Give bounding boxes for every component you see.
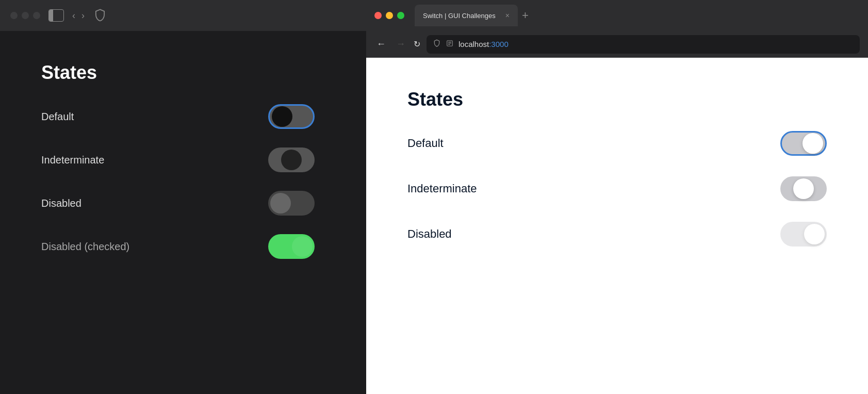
address-port: :3000 (489, 40, 509, 48)
right-disabled-switch (780, 222, 827, 247)
tab-close-button[interactable]: × (505, 11, 510, 20)
right-disabled-row: Disabled (407, 222, 827, 247)
tab-bar: Switch | GUI Challenges × + (366, 0, 868, 31)
left-disabled-label: Disabled (41, 198, 81, 209)
left-disabled-checked-row: Disabled (checked) (41, 234, 325, 259)
traffic-lights-left (10, 12, 40, 19)
left-disabled-checked-switch (268, 234, 315, 259)
forward-arrow-icon[interactable]: › (81, 10, 85, 21)
right-indeterminate-switch[interactable] (780, 176, 827, 201)
left-indeterminate-label: Indeterminate (41, 154, 104, 166)
browser-toolbar: ← → ↻ localhost:3000 (366, 31, 868, 58)
right-indeterminate-label: Indeterminate (407, 182, 477, 195)
right-indeterminate-switch-thumb (793, 178, 814, 199)
right-default-switch-thumb (803, 133, 823, 154)
maximize-traffic-light[interactable] (33, 12, 40, 19)
left-default-label: Default (41, 111, 74, 123)
back-arrow-icon[interactable]: ‹ (72, 10, 75, 21)
left-default-row: Default (41, 104, 325, 129)
reload-button[interactable]: ↻ (414, 39, 420, 49)
right-browser-window: Switch | GUI Challenges × + ← → ↻ localh… (366, 0, 868, 394)
green-window-control[interactable] (397, 12, 404, 19)
left-disabled-checked-thumb (292, 236, 313, 257)
left-disabled-switch-thumb (270, 193, 291, 214)
left-section-title: States (41, 62, 325, 84)
right-disabled-label: Disabled (407, 227, 452, 241)
left-dark-panel: ‹ › States Default Indeterminate Di (0, 0, 366, 394)
left-indeterminate-switch[interactable] (268, 147, 315, 172)
right-indeterminate-row: Indeterminate (407, 176, 827, 201)
right-default-label: Default (407, 137, 444, 150)
new-tab-button[interactable]: + (522, 9, 529, 22)
left-disabled-checked-label: Disabled (checked) (41, 241, 129, 253)
browser-content: States Default Indeterminate Disabled (366, 58, 868, 394)
shield-icon (93, 8, 107, 23)
back-button[interactable]: ← (374, 37, 388, 52)
nav-arrows: ‹ › (72, 10, 85, 21)
sidebar-toggle-icon[interactable] (48, 9, 64, 22)
red-window-control[interactable] (374, 12, 382, 19)
address-bar[interactable]: localhost:3000 (427, 35, 860, 54)
yellow-window-control[interactable] (386, 12, 393, 19)
left-indeterminate-row: Indeterminate (41, 147, 325, 172)
active-tab[interactable]: Switch | GUI Challenges × (415, 5, 518, 26)
minimize-traffic-light[interactable] (22, 12, 29, 19)
browser-chrome-left: ‹ › (0, 0, 366, 31)
right-section-title: States (407, 89, 827, 110)
left-indeterminate-switch-thumb (281, 150, 302, 170)
left-disabled-row: Disabled (41, 191, 325, 216)
address-page-icon (446, 40, 453, 48)
left-disabled-switch (268, 191, 315, 216)
address-shield-icon (433, 39, 441, 50)
right-default-row: Default (407, 131, 827, 156)
tab-title: Switch | GUI Challenges (423, 12, 500, 20)
forward-button[interactable]: → (394, 37, 407, 52)
close-traffic-light[interactable] (10, 12, 18, 19)
left-default-switch[interactable] (268, 104, 315, 129)
left-content-area: States Default Indeterminate Disabled Di… (0, 31, 366, 308)
right-default-switch[interactable] (780, 131, 827, 156)
address-url-text: localhost:3000 (458, 40, 509, 48)
left-default-switch-thumb (272, 106, 292, 127)
right-disabled-switch-thumb (804, 224, 825, 244)
window-controls (374, 12, 404, 19)
